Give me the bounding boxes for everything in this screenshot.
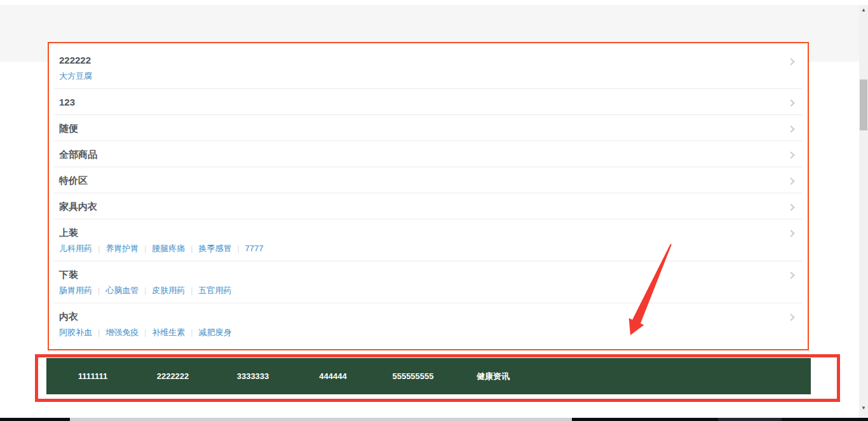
subcategory-links: 儿科用药|养胃护胃|腰腿疼痛|换季感冒|7777 — [59, 243, 795, 254]
link-separator: | — [191, 328, 193, 337]
link-separator: | — [191, 244, 193, 253]
bottom-nav-bar: 111111122222223333333444444555555555健康资讯 — [46, 358, 811, 394]
link-separator: | — [144, 286, 146, 295]
bottom-nav-item[interactable]: 2222222 — [133, 371, 213, 381]
taskbar-window-segment — [70, 418, 572, 421]
category-title: 全部商品 — [59, 148, 795, 160]
subcategory-links: 肠胃用药|心脑血管|皮肤用药|五官用药 — [59, 285, 795, 296]
category-section[interactable]: 123 — [49, 89, 808, 115]
category-section[interactable]: 上装儿科用药|养胃护胃|腰腿疼痛|换季感冒|7777 — [49, 219, 808, 261]
subcategory-link[interactable]: 减肥廋身 — [198, 328, 231, 337]
category-section[interactable]: 内衣阿胶补血|增强免疫|补维生素|减肥廋身 — [49, 303, 808, 345]
bottom-nav-item[interactable]: 1111111 — [53, 371, 133, 381]
subcategory-link[interactable]: 7777 — [245, 244, 264, 253]
link-separator: | — [98, 286, 100, 295]
subcategory-link[interactable]: 心脑血管 — [105, 286, 139, 295]
link-separator: | — [237, 244, 239, 253]
taskbar-edge — [0, 418, 868, 421]
subcategory-link[interactable]: 腰腿疼痛 — [152, 244, 185, 253]
subcategory-link[interactable]: 养胃护胃 — [105, 244, 139, 253]
subcategory-links: 大方豆腐 — [59, 71, 795, 82]
scrollbar-track[interactable]: ▲ ▼ — [859, 5, 868, 418]
bottom-nav-item[interactable]: 444444 — [293, 371, 373, 381]
subcategory-link[interactable]: 阿胶补血 — [59, 328, 92, 337]
page: { "panel": { "sections": [ {"title": "22… — [0, 0, 868, 421]
category-panel: 222222大方豆腐123随便全部商品特价区家具内衣上装儿科用药|养胃护胃|腰腿… — [48, 42, 809, 350]
category-title: 123 — [59, 96, 795, 108]
category-title: 家具内衣 — [59, 200, 795, 212]
subcategory-link[interactable]: 五官用药 — [198, 286, 231, 295]
category-title: 特价区 — [59, 174, 795, 186]
category-section[interactable]: 222222大方豆腐 — [49, 43, 808, 89]
link-separator: | — [98, 244, 100, 253]
category-title: 内衣 — [59, 310, 795, 322]
category-title: 上装 — [59, 226, 795, 238]
category-title: 下装 — [59, 268, 795, 280]
subcategory-link[interactable]: 补维生素 — [152, 328, 185, 337]
category-section[interactable]: 下装肠胃用药|心脑血管|皮肤用药|五官用药 — [49, 261, 808, 303]
link-separator: | — [191, 286, 193, 295]
subcategory-link[interactable]: 儿科用药 — [59, 244, 92, 253]
category-section[interactable]: 全部商品 — [49, 141, 808, 167]
subcategory-link[interactable]: 肠胃用药 — [59, 286, 92, 295]
scroll-down-icon[interactable]: ▼ — [859, 403, 868, 413]
category-section-list: 222222大方豆腐123随便全部商品特价区家具内衣上装儿科用药|养胃护胃|腰腿… — [49, 43, 808, 345]
link-separator: | — [144, 328, 146, 337]
subcategory-links: 阿胶补血|增强免疫|补维生素|减肥廋身 — [59, 327, 795, 338]
category-section[interactable]: 特价区 — [49, 167, 808, 193]
scroll-up-icon[interactable]: ▲ — [859, 5, 868, 15]
taskbar-segment — [718, 418, 782, 421]
bottom-nav-item[interactable]: 健康资讯 — [453, 371, 533, 382]
subcategory-link[interactable]: 增强免疫 — [105, 328, 139, 337]
category-section[interactable]: 随便 — [49, 115, 808, 141]
link-separator: | — [144, 244, 146, 253]
category-title: 随便 — [59, 122, 795, 134]
bottom-nav-item[interactable]: 555555555 — [373, 371, 453, 381]
subcategory-link[interactable]: 大方豆腐 — [59, 71, 92, 81]
subcategory-link[interactable]: 皮肤用药 — [152, 286, 185, 295]
subcategory-link[interactable]: 换季感冒 — [198, 244, 231, 253]
scrollbar-thumb[interactable] — [860, 79, 867, 130]
bottom-nav-item[interactable]: 3333333 — [213, 371, 293, 381]
bottom-nav-items: 111111122222223333333444444555555555健康资讯 — [53, 371, 533, 382]
link-separator: | — [98, 328, 100, 337]
category-section[interactable]: 家具内衣 — [49, 193, 808, 219]
category-title: 222222 — [59, 54, 795, 66]
